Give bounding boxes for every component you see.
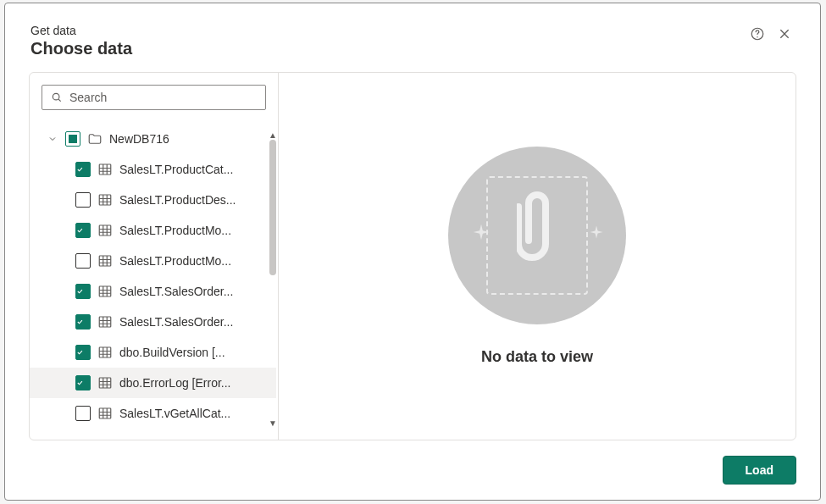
scroll-down-icon[interactable]: ▼ (269, 418, 277, 428)
checkbox[interactable] (75, 345, 91, 360)
checkbox[interactable] (75, 253, 91, 269)
table-node[interactable]: SalesLT.SalesOrder... (30, 307, 276, 337)
chevron-down-icon[interactable] (47, 133, 58, 145)
table-icon (97, 192, 113, 208)
load-button[interactable]: Load (723, 456, 796, 485)
table-node[interactable]: SalesLT.ProductMo... (30, 246, 276, 276)
placeholder-box (486, 176, 588, 295)
body-panel: NewDB716SalesLT.ProductCat...SalesLT.Pro… (29, 72, 796, 440)
svg-rect-5 (99, 225, 111, 235)
checkbox[interactable] (75, 192, 91, 208)
table-label: SalesLT.ProductDes... (119, 193, 236, 207)
table-icon (97, 406, 113, 421)
checkbox[interactable] (75, 314, 91, 330)
empty-text: No data to view (481, 348, 593, 366)
table-icon (97, 223, 113, 238)
table-label: SalesLT.SalesOrder... (119, 315, 233, 329)
scroll-up-icon[interactable]: ▲ (269, 130, 277, 140)
folder-icon (87, 131, 103, 147)
table-label: SalesLT.ProductMo... (119, 224, 231, 237)
checkbox[interactable] (75, 406, 91, 421)
close-icon[interactable] (774, 24, 795, 44)
table-label: SalesLT.vGetAllCat... (119, 407, 230, 420)
svg-rect-6 (99, 256, 111, 266)
header-title: Choose data (30, 39, 132, 58)
search-wrap (30, 73, 278, 119)
paperclip-icon (517, 183, 557, 264)
svg-rect-11 (99, 408, 111, 418)
navigator-pane: NewDB716SalesLT.ProductCat...SalesLT.Pro… (30, 73, 279, 440)
svg-rect-10 (99, 378, 111, 388)
svg-rect-4 (99, 195, 111, 205)
checkbox[interactable] (75, 162, 91, 177)
table-icon (97, 162, 113, 177)
table-icon (97, 345, 113, 360)
table-label: SalesLT.ProductCat... (119, 163, 233, 176)
checkbox[interactable] (75, 223, 91, 238)
table-node[interactable]: SalesLT.vGetAllCat... (30, 398, 276, 429)
database-node[interactable]: NewDB716 (30, 124, 276, 154)
table-icon (97, 253, 113, 269)
database-label: NewDB716 (109, 132, 169, 146)
svg-rect-3 (99, 164, 111, 174)
search-box[interactable] (42, 85, 266, 110)
svg-rect-8 (99, 317, 111, 327)
table-label: SalesLT.ProductMo... (119, 254, 231, 268)
header-text: Get data Choose data (30, 24, 132, 58)
table-node[interactable]: SalesLT.ProductCat... (30, 154, 276, 185)
svg-rect-9 (99, 347, 111, 357)
dialog-footer: Load (5, 440, 820, 500)
table-label: dbo.ErrorLog [Error... (119, 376, 231, 390)
table-icon (97, 284, 113, 299)
table-node[interactable]: SalesLT.ProductDes... (30, 185, 276, 215)
help-icon[interactable] (747, 24, 768, 44)
header-actions (747, 24, 795, 44)
get-data-dialog: Get data Choose data (4, 3, 821, 501)
checkbox[interactable] (75, 284, 91, 299)
table-icon (97, 375, 113, 390)
table-icon (97, 314, 113, 330)
header-subtitle: Get data (30, 24, 132, 37)
dialog-header: Get data Choose data (5, 3, 820, 72)
checkbox[interactable] (65, 131, 80, 147)
table-node[interactable]: dbo.BuildVersion [... (30, 337, 276, 368)
preview-pane: No data to view (279, 73, 796, 440)
search-input[interactable] (69, 91, 257, 104)
table-node[interactable]: dbo.ErrorLog [Error... (30, 368, 276, 398)
table-label: SalesLT.SalesOrder... (119, 285, 233, 298)
table-label: dbo.BuildVersion [... (119, 346, 225, 359)
scroll-thumb[interactable] (269, 140, 276, 275)
empty-placeholder-graphic (448, 147, 626, 324)
table-node[interactable]: SalesLT.ProductMo... (30, 215, 276, 246)
tree-scroll: NewDB716SalesLT.ProductCat...SalesLT.Pro… (30, 119, 278, 440)
svg-rect-7 (99, 286, 111, 296)
scrollbar[interactable]: ▲ ▼ (269, 130, 276, 428)
svg-point-1 (757, 36, 757, 37)
checkbox[interactable] (75, 375, 91, 390)
table-node[interactable]: SalesLT.SalesOrder... (30, 276, 276, 307)
search-icon (51, 91, 63, 103)
svg-point-2 (53, 93, 59, 100)
